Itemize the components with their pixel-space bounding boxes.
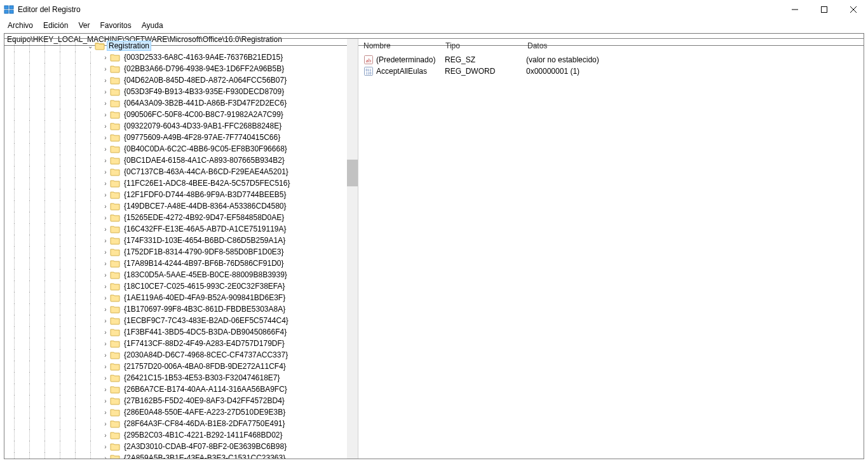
expand-toggle-icon[interactable]: ›	[101, 226, 110, 233]
menu-favoritos[interactable]: Favoritos	[95, 20, 136, 31]
tree-node-label: {15265EDE-4272-4B92-9D47-EF584858D0AE}	[123, 213, 285, 222]
tree-node-label: {1ECBF9C7-7C43-483E-B2AD-06EF5C5744C4}	[123, 316, 290, 325]
expand-toggle-icon[interactable]: ›	[101, 397, 110, 404]
tree-node[interactable]: ›{003D2533-6A8C-4163-9A4E-76376B21ED15}	[4, 52, 358, 63]
col-datos[interactable]: Datos	[522, 39, 864, 53]
expand-toggle-icon[interactable]: ›	[101, 420, 110, 427]
expand-toggle-icon[interactable]: ›	[101, 306, 110, 313]
tree-node[interactable]: ›{16C432FF-E13E-46A5-AB7D-A1CE7519119A}	[4, 223, 358, 235]
registry-tree[interactable]: ⌄Registration›{003D2533-6A8C-4163-9A4E-7…	[4, 39, 358, 459]
tree-node[interactable]: ›{04D62A0B-845D-48ED-A872-A064FCC56B07}	[4, 74, 358, 86]
expand-toggle-icon[interactable]: ›	[101, 260, 110, 267]
tree-scrollbar[interactable]	[347, 39, 358, 459]
tree-node[interactable]: ›{26421C15-1B53-4E53-B303-F320474618E7}	[4, 372, 358, 384]
values-list[interactable]: ab(Predeterminado)REG_SZ(valor no establ…	[358, 53, 864, 77]
tree-node[interactable]: ›{09775609-A49B-4F28-97AE-7F7740415C66}	[4, 132, 358, 143]
maximize-button[interactable]	[810, 0, 839, 19]
tree-node[interactable]: ›{1B170697-99F8-4B3C-861D-FBDBE5303A8A}	[4, 303, 358, 315]
tree-node[interactable]: ›{183C0D5A-5AAE-45EB-B0CE-88009B8B3939}	[4, 269, 358, 280]
tree-node[interactable]: ›{0C7137CB-463A-44CA-B6CD-F29EAE4A5201}	[4, 166, 358, 177]
tree-node[interactable]: ›{12F1FDF0-D744-48B6-9F9A-B3D7744BEEB5}	[4, 189, 358, 200]
expand-toggle-icon[interactable]: ›	[101, 54, 110, 61]
tree-node[interactable]: ›{1F3BF441-3BD5-4DC5-B3DA-DB90450866F4}	[4, 326, 358, 338]
expand-toggle-icon[interactable]: ›	[101, 100, 110, 107]
folder-icon	[110, 213, 120, 222]
tree-node[interactable]: ›{2030A84D-D6C7-4968-8CEC-CF4737ACC337}	[4, 349, 358, 361]
tree-node[interactable]: ›{2A859A5B-3B1E-43FA-B3E3-C1531CC23363}	[4, 452, 358, 459]
tree-node[interactable]: ›{1F7413CF-88D2-4F49-A283-E4D757D179DF}	[4, 338, 358, 349]
expand-toggle-icon[interactable]: ›	[101, 214, 110, 221]
tree-node[interactable]: ›{090506FC-50F8-4C00-B8C7-91982A2A7C99}	[4, 109, 358, 120]
tree-node[interactable]: ›{0BC1DAE4-6158-4A1C-A893-807665B934B2}	[4, 155, 358, 166]
tree-node[interactable]: ›{064A3A09-3B2B-441D-A86B-F3D47F2D2EC6}	[4, 97, 358, 109]
expand-toggle-icon[interactable]: ›	[101, 340, 110, 347]
tree-node[interactable]: ›{09322079-6043-4D33-9AB1-FFC268B8248E}	[4, 120, 358, 132]
expand-toggle-icon[interactable]: ›	[101, 134, 110, 141]
expand-toggle-icon[interactable]: ›	[101, 249, 110, 256]
expand-toggle-icon[interactable]: ›	[101, 386, 110, 393]
expand-toggle-icon[interactable]: ›	[101, 77, 110, 84]
tree-node[interactable]: ›{053D3F49-B913-4B33-935E-F930DECD8709}	[4, 86, 358, 97]
svg-rect-3	[10, 10, 13, 13]
expand-toggle-icon[interactable]: ›	[101, 455, 110, 459]
expand-toggle-icon[interactable]: ›	[101, 409, 110, 416]
expand-toggle-icon[interactable]: ›	[101, 180, 110, 187]
tree-node[interactable]: ›{286E0A48-550E-4AFE-A223-27D510DE9E3B}	[4, 406, 358, 418]
tree-node[interactable]: ›{11FC26E1-ADC8-4BEE-B42A-5C57D5FEC516}	[4, 177, 358, 189]
col-nombre[interactable]: Nombre	[358, 39, 440, 53]
expand-toggle-icon[interactable]: ›	[101, 375, 110, 382]
tree-node[interactable]: ›{149DBCE7-A48E-44DB-8364-A53386CD4580}	[4, 200, 358, 212]
expand-toggle-icon[interactable]: ›	[101, 329, 110, 336]
expand-toggle-icon[interactable]: ›	[101, 203, 110, 210]
tree-node[interactable]: ›{28F64A3F-CF84-46DA-B1E8-2DFA7750E491}	[4, 418, 358, 429]
tree-node[interactable]: ›{2A3D3010-CDAB-4F07-8BF2-0E3639BC6B98}	[4, 441, 358, 452]
tree-node-label: {16C432FF-E13E-46A5-AB7D-A1CE7519119A}	[123, 225, 288, 233]
tree-node-label: {0B40C0DA-6C2C-4BB6-9C05-EF8B30F96668}	[123, 144, 288, 153]
expand-toggle-icon[interactable]: ›	[101, 66, 110, 73]
expand-toggle-icon[interactable]: ›	[101, 432, 110, 439]
tree-node[interactable]: ›{02BB3A66-D796-4938-94E3-1D6FF2A96B5B}	[4, 63, 358, 74]
expand-toggle-icon[interactable]: ›	[101, 123, 110, 130]
expand-toggle-icon[interactable]: ›	[101, 88, 110, 95]
expand-toggle-icon[interactable]: ›	[101, 169, 110, 176]
expand-toggle-icon[interactable]: ›	[101, 111, 110, 118]
folder-icon	[110, 419, 120, 428]
tree-node[interactable]: ›{27B162B5-F5D2-40E9-8AF3-D42FF4572BD4}	[4, 395, 358, 406]
svg-rect-1	[10, 6, 13, 9]
expand-toggle-icon[interactable]: ›	[101, 272, 110, 279]
expand-toggle-icon[interactable]: ›	[101, 294, 110, 301]
expand-toggle-icon[interactable]: ›	[101, 363, 110, 370]
value-row[interactable]: 011110AcceptAllEulasREG_DWORD0x00000001 …	[358, 66, 864, 77]
expand-toggle-icon[interactable]: ⌄	[86, 43, 95, 50]
menu-ver[interactable]: Ver	[73, 20, 95, 31]
tree-node[interactable]: ›{1752DF1B-8314-4790-9DF8-585D0BF1D0E3}	[4, 246, 358, 258]
menu-ayuda[interactable]: Ayuda	[137, 20, 168, 31]
menu-edicion[interactable]: Edición	[38, 20, 73, 31]
tree-node-label: {1F3BF441-3BD5-4DC5-B3DA-DB90450866F4}	[123, 328, 288, 336]
expand-toggle-icon[interactable]: ›	[101, 283, 110, 290]
menu-archivo[interactable]: Archivo	[3, 20, 38, 31]
tree-node[interactable]: ›{15265EDE-4272-4B92-9D47-EF584858D0AE}	[4, 212, 358, 223]
tree-node[interactable]: ›{1ECBF9C7-7C43-483E-B2AD-06EF5C5744C4}	[4, 315, 358, 326]
tree-node[interactable]: ›{0B40C0DA-6C2C-4BB6-9C05-EF8B30F96668}	[4, 143, 358, 155]
tree-node[interactable]: ›{17A89B14-4244-4B97-BF6B-76D586CF91D0}	[4, 258, 358, 269]
tree-node[interactable]: ›{26B6A7CE-B174-40AA-A114-316AA56BA9FC}	[4, 384, 358, 395]
expand-toggle-icon[interactable]: ›	[101, 237, 110, 244]
value-row[interactable]: ab(Predeterminado)REG_SZ(valor no establ…	[358, 54, 864, 66]
col-tipo[interactable]: Tipo	[440, 39, 522, 53]
close-button[interactable]	[839, 0, 868, 19]
tree-node[interactable]: ›{174F331D-103E-4654-B6BD-C86D5B259A1A}	[4, 235, 358, 246]
minimize-button[interactable]	[780, 0, 810, 19]
tree-node-registration[interactable]: ⌄Registration	[4, 40, 358, 52]
tree-node[interactable]: ›{21757D20-006A-4BA0-8FDB-9DE272A11CF4}	[4, 361, 358, 372]
expand-toggle-icon[interactable]: ›	[101, 157, 110, 164]
expand-toggle-icon[interactable]: ›	[101, 146, 110, 153]
expand-toggle-icon[interactable]: ›	[101, 317, 110, 324]
expand-toggle-icon[interactable]: ›	[101, 443, 110, 450]
tree-node[interactable]: ›{295B2C03-4B1C-4221-B292-1411F468BD02}	[4, 429, 358, 441]
tree-node[interactable]: ›{1AE119A6-40ED-4FA9-B52A-909841BD6E3F}	[4, 292, 358, 303]
expand-toggle-icon[interactable]: ›	[101, 352, 110, 359]
expand-toggle-icon[interactable]: ›	[101, 191, 110, 198]
tree-node[interactable]: ›{18C10CE7-C025-4615-993C-2E0C32F38EFA}	[4, 280, 358, 292]
tree-scroll-thumb[interactable]	[347, 160, 358, 186]
